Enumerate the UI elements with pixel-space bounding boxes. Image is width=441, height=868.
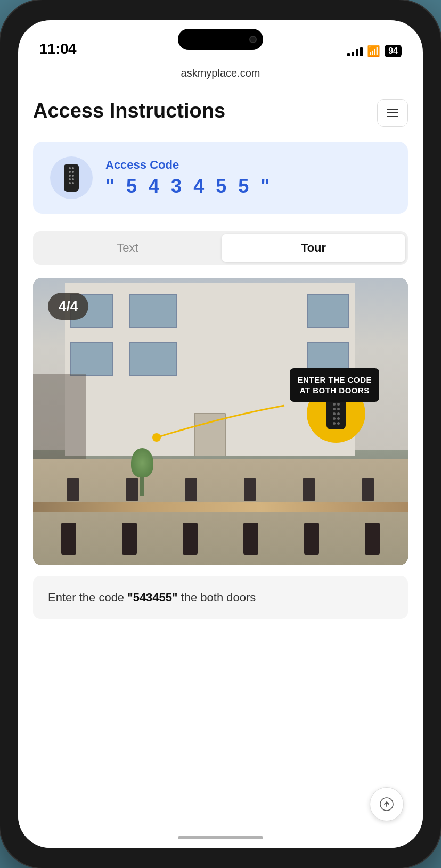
scroll-to-top-button[interactable] (370, 787, 404, 821)
access-code-info: Access Code " 5 4 3 4 5 5 " (105, 158, 273, 197)
status-icons: 📶 94 (347, 45, 402, 57)
menu-icon (387, 116, 398, 117)
callout-bubble: ENTER THE CODE AT BOTH DOORS (290, 368, 379, 402)
menu-icon (387, 112, 398, 113)
description-code: "543455" (127, 591, 177, 604)
tabs-container: Text Tour (33, 231, 408, 265)
wifi-icon: 📶 (367, 45, 380, 57)
tour-image: ENTER THE CODE AT BOTH DOORS 4/4 (33, 278, 408, 565)
lock-device-zoom (326, 398, 346, 429)
access-code-value: " 5 4 3 4 5 5 " (105, 175, 273, 197)
dynamic-island (178, 29, 263, 50)
photo-counter-badge: 4/4 (48, 293, 88, 320)
url-text: askmyplace.com (181, 67, 260, 79)
tab-text[interactable]: Text (36, 234, 219, 262)
callout-text-line1: ENTER THE CODE (297, 375, 372, 384)
signal-icon (347, 46, 363, 56)
home-indicator (178, 836, 263, 839)
tab-tour[interactable]: Tour (222, 234, 405, 262)
front-camera (249, 36, 257, 43)
access-code-label: Access Code (105, 158, 273, 172)
menu-button[interactable] (377, 99, 408, 127)
menu-icon (387, 109, 398, 110)
scroll-up-icon (379, 797, 394, 812)
phone-shell: 11:04 📶 94 askmyplace.com Access Instruc… (0, 0, 441, 868)
url-bar[interactable]: askmyplace.com (18, 63, 423, 84)
keypad-device-icon (64, 164, 79, 192)
status-time: 11:04 (39, 40, 76, 57)
page-title: Access Instructions (33, 99, 225, 123)
access-code-card: Access Code " 5 4 3 4 5 5 " (33, 142, 408, 214)
page-content: Access Instructions (18, 84, 423, 848)
description-box: Enter the code "543455" the both doors (33, 576, 408, 619)
description-prefix: Enter the code (48, 591, 127, 604)
phone-screen: 11:04 📶 94 askmyplace.com Access Instruc… (18, 20, 423, 848)
callout-text-line2: AT BOTH DOORS (300, 386, 370, 395)
tour-image-container[interactable]: ENTER THE CODE AT BOTH DOORS 4/4 (33, 278, 408, 565)
lock-icon-circle (50, 156, 93, 199)
description-suffix: the both doors (178, 591, 256, 604)
battery-indicator: 94 (385, 45, 402, 57)
page-header: Access Instructions (33, 99, 408, 127)
